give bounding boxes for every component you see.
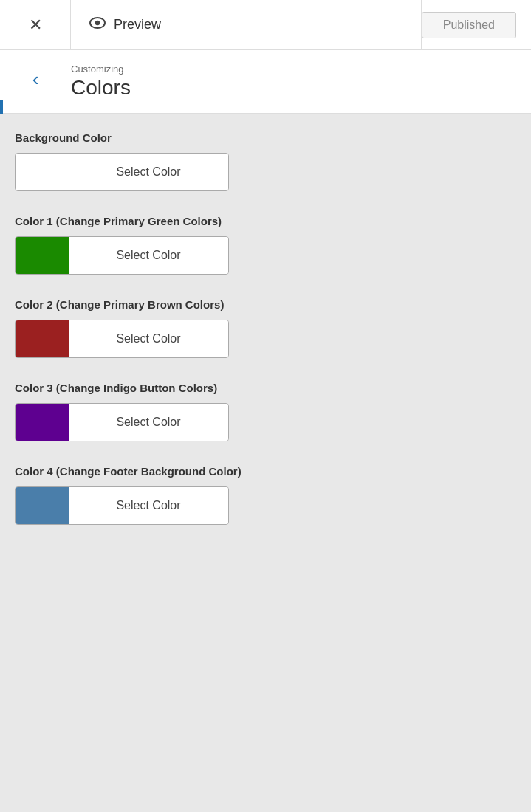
color-picker-button-color-4[interactable]: Select Color [15,486,229,525]
published-button[interactable]: Published [422,12,516,38]
sidebar-header-container: ‹ Customizing Colors [0,50,531,114]
chevron-left-icon: ‹ [32,68,39,91]
preview-label: Preview [114,17,161,32]
select-color-text-color-1: Select Color [69,237,228,274]
color-label-color-3: Color 3 (Change Indigo Button Colors) [15,382,516,394]
color-label-color-1: Color 1 (Change Primary Green Colors) [15,215,516,227]
select-color-text-background-color: Select Color [69,154,228,190]
close-button[interactable]: ✕ [0,0,71,49]
sidebar-header: ‹ Customizing Colors [0,50,531,114]
color-picker-button-color-3[interactable]: Select Color [15,403,229,441]
color-swatch-color-1 [16,237,69,274]
color-section-color-4: Color 4 (Change Footer Background Color)… [15,465,516,525]
color-label-color-4: Color 4 (Change Footer Background Color) [15,465,516,478]
color-section-color-3: Color 3 (Change Indigo Button Colors)Sel… [15,382,516,441]
eye-icon [89,16,106,33]
color-picker-button-color-2[interactable]: Select Color [15,320,229,358]
preview-button[interactable]: Preview [71,0,422,49]
color-section-color-2: Color 2 (Change Primary Brown Colors)Sel… [15,298,516,358]
color-section-background-color: Background ColorSelect Color [15,131,516,191]
color-swatch-color-2 [16,320,69,357]
color-sections-container: Background ColorSelect ColorColor 1 (Cha… [15,131,516,525]
top-bar: ✕ Preview Published [0,0,531,50]
select-color-text-color-4: Select Color [69,487,228,524]
colors-title: Colors [71,76,131,100]
color-swatch-color-4 [16,487,69,524]
customizing-label: Customizing [71,63,131,75]
select-color-text-color-2: Select Color [69,320,228,357]
color-section-color-1: Color 1 (Change Primary Green Colors)Sel… [15,215,516,275]
color-swatch-color-3 [16,404,69,441]
select-color-text-color-3: Select Color [69,404,228,441]
color-label-background-color: Background Color [15,131,516,144]
color-swatch-background-color [16,154,69,190]
color-picker-button-color-1[interactable]: Select Color [15,236,229,275]
back-button[interactable]: ‹ [0,63,71,91]
color-label-color-2: Color 2 (Change Primary Brown Colors) [15,298,516,311]
svg-point-1 [95,21,100,25]
content-area: Background ColorSelect ColorColor 1 (Cha… [0,114,531,566]
close-icon: ✕ [29,16,42,35]
sidebar-header-text: Customizing Colors [71,63,131,100]
color-picker-button-background-color[interactable]: Select Color [15,153,229,191]
